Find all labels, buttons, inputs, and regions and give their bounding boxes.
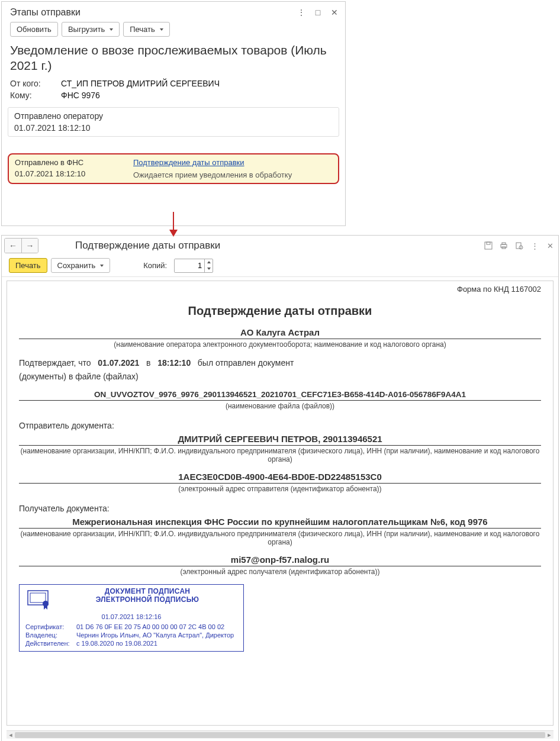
document-preview: Форма по КНД 1167002 Подтверждение даты … — [7, 281, 553, 726]
to-row: Кому: ФНС 9976 — [2, 89, 345, 101]
from-row: От кого: СТ_ИП ПЕТРОВ ДМИТРИЙ СЕРГЕЕВИЧ — [2, 78, 345, 89]
sig-title1: ДОКУМЕНТ ПОДПИСАН — [56, 587, 239, 595]
win2-toolbar: Печать Сохранить Копий: — [2, 254, 558, 277]
form-code: Форма по КНД 1167002 — [19, 285, 541, 299]
win2-title: Подтверждение даты отправки — [42, 240, 482, 252]
sig-valid-label: Действителен: — [24, 639, 75, 647]
document-title: Уведомление о ввозе прослеживаемых товар… — [2, 41, 345, 78]
sig-cert-label: Сертификат: — [24, 623, 75, 631]
win1-title: Этапы отправки — [10, 7, 291, 18]
horizontal-scrollbar[interactable]: ◄ ► — [7, 730, 553, 739]
to-label: Кому: — [10, 91, 61, 100]
svg-rect-2 — [485, 242, 492, 249]
svg-rect-3 — [487, 242, 490, 244]
export-button[interactable]: Выгрузить — [62, 22, 120, 37]
stage-title: Отправлено в ФНС — [15, 158, 133, 167]
nav-back-button[interactable]: ← — [5, 239, 21, 253]
sender-value: ДМИТРИЙ СЕРГЕЕВИЧ ПЕТРОВ, 290113946521 — [19, 434, 541, 446]
maximize-icon[interactable]: □ — [312, 7, 324, 18]
sig-owner-value: Чернин Игорь Ильич, АО "Калуга Астрал", … — [75, 631, 239, 639]
print-label: Печать — [15, 261, 41, 270]
confirm-post: был отправлен документ — [198, 358, 294, 368]
nav-group: ← → — [4, 238, 38, 253]
doc-heading: Подтверждение даты отправки — [19, 304, 541, 318]
sender-sub: (наименование организации, ИНН/КПП; Ф.И.… — [19, 447, 541, 463]
close-icon[interactable]: ✕ — [329, 7, 340, 18]
save-button[interactable]: Сохранить — [51, 258, 111, 273]
stage-operator: Отправлено оператору 01.07.2021 18:12:10 — [8, 107, 339, 137]
sender-label: Отправитель документа: — [19, 421, 541, 430]
spinner-down-button[interactable] — [205, 266, 213, 272]
scroll-right-icon[interactable]: ► — [545, 731, 553, 739]
signature-box: ДОКУМЕНТ ПОДПИСАН ЭЛЕКТРОННОЙ ПОДПИСЬЮ 0… — [19, 584, 244, 652]
more-icon[interactable]: ⋮ — [529, 240, 540, 252]
print-label: Печать — [130, 25, 155, 34]
nav-forward-button[interactable]: → — [21, 239, 38, 253]
scroll-thumb[interactable] — [15, 732, 545, 738]
sender-id: 1AEC3E0CD0B-4900-4E64-BD0E-DD22485153C0 — [19, 472, 541, 484]
stage-title: Отправлено оператору — [14, 111, 333, 121]
from-value: СТ_ИП ПЕТРОВ ДМИТРИЙ СЕРГЕЕВИЧ — [61, 79, 220, 88]
print-button[interactable]: Печать — [9, 258, 47, 273]
more-icon[interactable]: ⋮ — [295, 7, 307, 18]
sig-owner-label: Владелец: — [24, 631, 75, 639]
print-icon[interactable] — [498, 240, 510, 252]
stage-timestamp: 01.07.2021 18:12:10 — [14, 123, 333, 133]
print-button[interactable]: Печать — [123, 22, 170, 37]
preview-icon[interactable] — [513, 240, 525, 252]
save-icon[interactable] — [482, 240, 494, 252]
export-label: Выгрузить — [68, 25, 105, 34]
confirm-line2: (документы) в файле (файлах) — [19, 370, 541, 383]
to-value: ФНС 9976 — [61, 91, 100, 100]
stage-timestamp: 01.07.2021 18:12:10 — [15, 169, 133, 178]
down-arrow-icon — [166, 212, 181, 237]
sig-cert-value: 01 D6 76 0F EE 20 75 A0 00 00 00 07 2C 4… — [75, 623, 239, 631]
caret-down-icon — [100, 265, 104, 267]
caret-down-icon — [160, 28, 163, 31]
scroll-left-icon[interactable]: ◄ — [7, 731, 15, 739]
save-label: Сохранить — [57, 261, 96, 270]
svg-marker-1 — [169, 230, 178, 237]
copies-label: Копий: — [143, 261, 167, 270]
spinner-up-button[interactable] — [205, 259, 213, 266]
stage-substatus: Ожидается прием уведомления в обработку — [133, 170, 332, 179]
filename: ON_UVVOZTOV_9976_9976_290113946521_20210… — [19, 390, 541, 401]
confirm-date: 01.07.2021 — [98, 358, 139, 368]
close-icon[interactable]: ✕ — [544, 240, 556, 252]
from-label: От кого: — [10, 79, 61, 88]
recipient-label: Получатель документа: — [19, 504, 541, 513]
recipient-email: mi57@onp-f57.nalog.ru — [19, 555, 541, 566]
operator-sub: (наименование оператора электронного док… — [19, 340, 541, 349]
recipient-email-sub: (электронный адрес получателя (идентифик… — [19, 568, 541, 576]
sig-title2: ЭЛЕКТРОННОЙ ПОДПИСЬЮ — [56, 595, 239, 604]
confirmation-link[interactable]: Подтверждение даты отправки — [133, 158, 332, 167]
refresh-button[interactable]: Обновить — [10, 22, 58, 37]
caret-down-icon — [110, 28, 113, 31]
confirmation-window: ← → Подтверждение даты отправки ⋮ ✕ Печа… — [1, 235, 559, 741]
win2-titlebar: ← → Подтверждение даты отправки ⋮ ✕ — [2, 236, 558, 254]
stage-fns: Отправлено в ФНС 01.07.2021 18:12:10 Под… — [8, 153, 339, 184]
certificate-icon — [27, 589, 50, 611]
svg-point-11 — [43, 601, 49, 607]
confirm-v: в — [146, 358, 150, 368]
stages-window: Этапы отправки ⋮ □ ✕ Обновить Выгрузить … — [1, 1, 346, 226]
sig-valid-value: с 19.08.2020 по 19.08.2021 — [75, 639, 239, 647]
operator-name: АО Калуга Астрал — [19, 327, 541, 339]
confirm-line: Подтверждает, что 01.07.2021 в 18:12:10 … — [19, 357, 541, 369]
win1-toolbar: Обновить Выгрузить Печать — [2, 21, 345, 41]
svg-rect-10 — [30, 593, 46, 603]
confirm-pre: Подтверждает, что — [19, 358, 91, 368]
sig-date: 01.07.2021 18:12:16 — [24, 613, 239, 620]
recipient-sub: (наименование организации, ИНН/КПП; Ф.И.… — [19, 530, 541, 546]
refresh-label: Обновить — [17, 25, 52, 34]
filename-sub: (наименование файла (файлов)) — [19, 402, 541, 410]
stages-list: Отправлено оператору 01.07.2021 18:12:10… — [2, 101, 345, 184]
confirm-time: 18:12:10 — [157, 358, 191, 368]
copies-spinner[interactable] — [174, 259, 213, 273]
win1-titlebar: Этапы отправки ⋮ □ ✕ — [2, 2, 345, 21]
sender-id-sub: (электронный адрес отправителя (идентифи… — [19, 485, 541, 493]
recipient-value: Межрегиональная инспекция ФНС России по … — [19, 517, 541, 529]
svg-rect-5 — [502, 243, 506, 244]
copies-input[interactable] — [175, 259, 204, 272]
